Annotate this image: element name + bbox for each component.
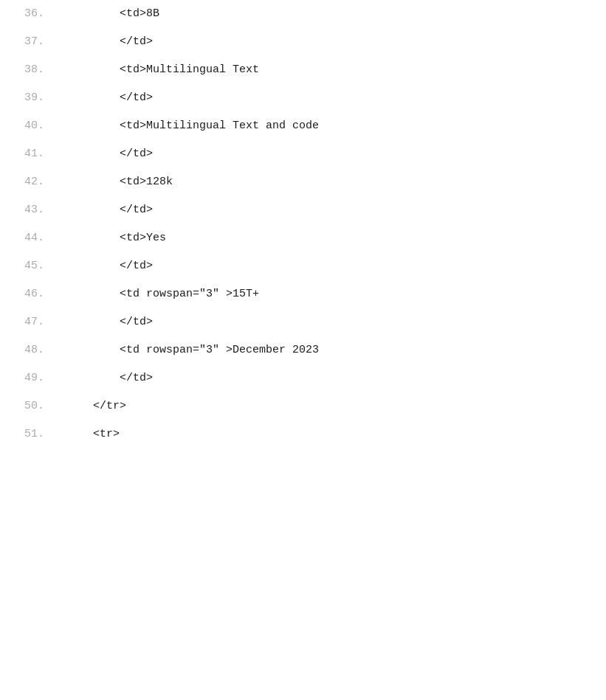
line-number: 37. — [0, 28, 59, 56]
line-content: </td> — [59, 308, 606, 336]
code-line: 46. <td rowspan="3" >15T+ — [0, 280, 606, 308]
line-number: 41. — [0, 140, 59, 168]
line-content: <tr> — [59, 420, 606, 448]
line-number: 47. — [0, 308, 59, 336]
line-content: </td> — [59, 28, 606, 56]
line-number: 51. — [0, 420, 59, 448]
code-line: 50. </tr> — [0, 392, 606, 420]
code-line: 44. <td>Yes — [0, 224, 606, 252]
line-content: <td>Multilingual Text and code — [59, 112, 606, 140]
line-number: 45. — [0, 252, 59, 280]
line-number: 48. — [0, 336, 59, 364]
code-editor: 36. <td>8B37. </td>38. <td>Multilingual … — [0, 0, 606, 700]
code-line: 38. <td>Multilingual Text — [0, 56, 606, 84]
line-number: 43. — [0, 196, 59, 224]
line-content: <td>Multilingual Text — [59, 56, 606, 84]
code-line: 39. </td> — [0, 84, 606, 112]
line-content: </tr> — [59, 392, 606, 420]
code-line: 36. <td>8B — [0, 0, 606, 28]
code-line: 51. <tr> — [0, 420, 606, 448]
line-number: 40. — [0, 112, 59, 140]
code-line: 37. </td> — [0, 28, 606, 56]
line-number: 50. — [0, 392, 59, 420]
line-number: 46. — [0, 280, 59, 308]
line-content: </td> — [59, 140, 606, 168]
line-number: 42. — [0, 168, 59, 196]
code-line: 43. </td> — [0, 196, 606, 224]
line-number: 38. — [0, 56, 59, 84]
line-number: 36. — [0, 0, 59, 28]
code-line: 42. <td>128k — [0, 168, 606, 196]
code-line: 45. </td> — [0, 252, 606, 280]
code-line: 41. </td> — [0, 140, 606, 168]
code-line: 47. </td> — [0, 308, 606, 336]
line-content: <td rowspan="3" >15T+ — [59, 280, 606, 308]
line-content: </td> — [59, 364, 606, 392]
line-number: 39. — [0, 84, 59, 112]
line-content: <td rowspan="3" >December 2023 — [59, 336, 606, 364]
line-number: 49. — [0, 364, 59, 392]
code-line: 49. </td> — [0, 364, 606, 392]
line-content: </td> — [59, 252, 606, 280]
line-number: 44. — [0, 224, 59, 252]
line-content: </td> — [59, 84, 606, 112]
line-content: <td>8B — [59, 0, 606, 28]
line-content: </td> — [59, 196, 606, 224]
line-content: <td>Yes — [59, 224, 606, 252]
line-content: <td>128k — [59, 168, 606, 196]
code-line: 48. <td rowspan="3" >December 2023 — [0, 336, 606, 364]
code-line: 40. <td>Multilingual Text and code — [0, 112, 606, 140]
